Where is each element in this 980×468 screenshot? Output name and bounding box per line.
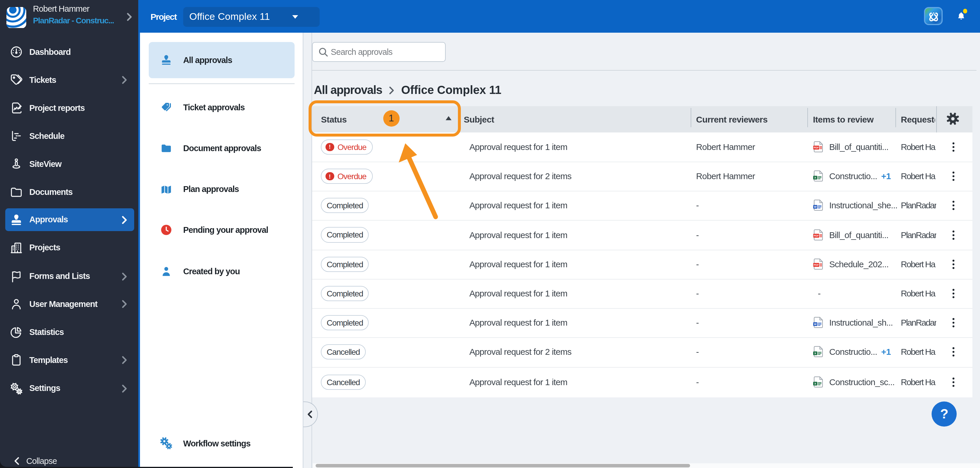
svg-text:X: X [814, 176, 816, 180]
svg-text:X: X [814, 352, 816, 355]
svg-text:X: X [814, 382, 816, 385]
svg-text:W: W [814, 323, 817, 326]
svg-text:PDF: PDF [813, 234, 819, 237]
svg-text:PDF: PDF [813, 146, 819, 149]
svg-text:W: W [814, 205, 817, 209]
svg-text:PDF: PDF [813, 263, 819, 266]
